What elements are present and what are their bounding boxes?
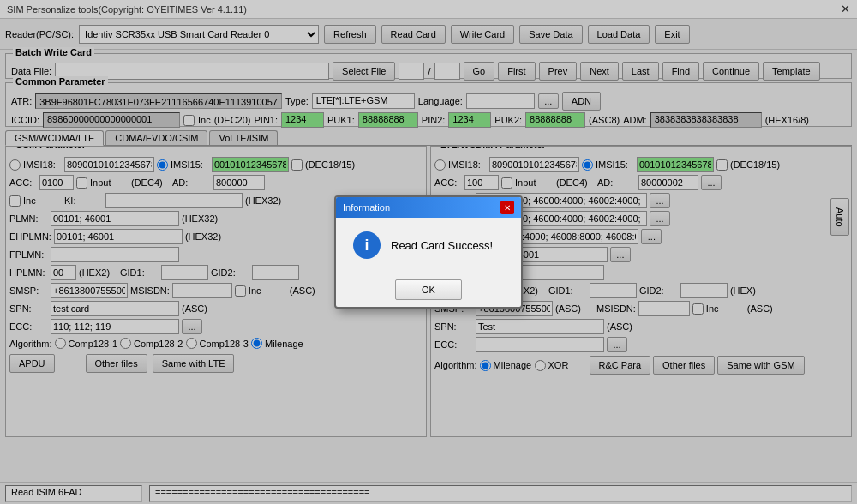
modal-titlebar: Information ✕	[336, 197, 521, 218]
modal-message: Read Card Success!	[391, 239, 493, 252]
modal-overlay: Information ✕ i Read Card Success! OK	[0, 0, 857, 504]
modal-body: i Read Card Success!	[336, 218, 521, 273]
info-icon: i	[353, 231, 381, 259]
modal-footer: OK	[336, 273, 521, 307]
information-dialog: Information ✕ i Read Card Success! OK	[334, 195, 523, 309]
modal-close-button[interactable]: ✕	[500, 201, 514, 214]
modal-title: Information	[343, 202, 390, 213]
modal-ok-button[interactable]: OK	[395, 279, 462, 300]
